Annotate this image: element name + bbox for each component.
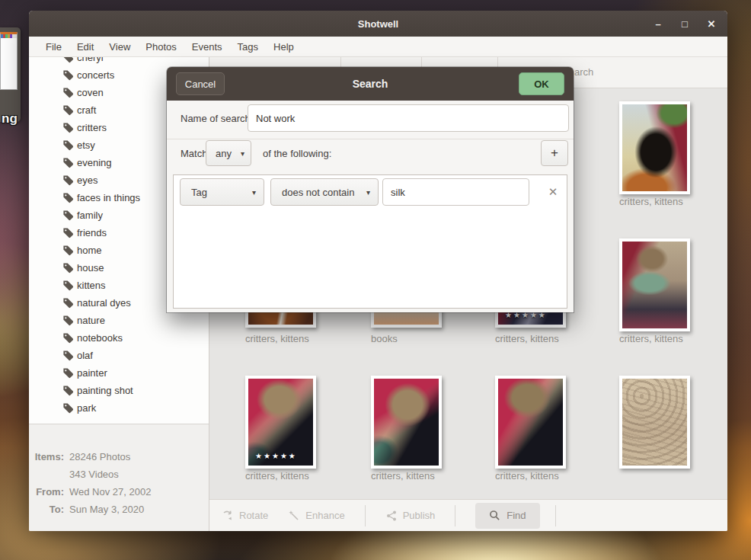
chevron-down-icon: ▾	[366, 188, 370, 197]
tag-label: olaf	[77, 350, 93, 361]
desktop: ng Shotwell – □ ✕ FileEditViewPhotosEven…	[0, 0, 751, 560]
divider	[167, 139, 574, 139]
tag-label: nature	[77, 315, 105, 326]
photo-thumbnail[interactable]	[619, 238, 690, 331]
find-button[interactable]: Find	[475, 503, 539, 529]
window-title: Shotwell	[358, 18, 398, 30]
tag-label: faces in things	[77, 192, 140, 203]
tag-icon	[62, 280, 74, 291]
rotate-button[interactable]: Rotate	[222, 510, 268, 522]
menu-item[interactable]: File	[38, 38, 69, 56]
window-controls: – □ ✕	[653, 11, 717, 37]
criterion-field-dropdown[interactable]: Tag ▾	[180, 178, 264, 206]
maximize-button[interactable]: □	[679, 18, 690, 30]
photo-caption: critters, kittens	[245, 470, 367, 482]
tag-icon	[62, 227, 74, 238]
tag-label: evening	[77, 157, 112, 168]
tag-label: critters	[77, 122, 107, 133]
criterion-operator-dropdown[interactable]: does not contain ▾	[270, 178, 379, 206]
rotate-label: Rotate	[239, 510, 268, 521]
tag-label: eyes	[77, 174, 97, 186]
tag-row[interactable]: park	[29, 399, 209, 417]
tag-row[interactable]: nature	[29, 312, 209, 329]
enhance-label: Enhance	[305, 510, 344, 521]
menu-item[interactable]: Edit	[69, 38, 101, 56]
publish-button[interactable]: Publish	[385, 510, 436, 522]
tag-label: etsy	[77, 139, 95, 151]
photo-count: 28246 Photos	[69, 451, 130, 462]
remove-criterion-button[interactable]: ✕	[542, 178, 564, 206]
photo-thumbnail[interactable]	[619, 101, 690, 194]
toolbar-separator	[365, 505, 366, 526]
desktop-shortcut-label: ng	[2, 111, 18, 126]
photo-caption: critters, kittens	[245, 333, 367, 344]
match-label: Match	[181, 140, 207, 166]
photo-caption: critters, kittens	[619, 196, 727, 207]
add-criterion-button[interactable]: +	[541, 140, 568, 166]
tag-icon	[62, 332, 74, 344]
tag-icon	[62, 104, 74, 116]
tag-icon	[62, 157, 74, 168]
photo-thumbnail[interactable]	[619, 376, 690, 469]
tag-icon	[62, 350, 74, 361]
criterion-value-input[interactable]	[382, 178, 529, 206]
tag-icon	[62, 245, 74, 256]
chevron-down-icon: ▾	[241, 149, 244, 158]
menu-item[interactable]: Events	[184, 38, 230, 56]
photo-caption: critters, kittens	[619, 333, 727, 344]
from-date: Wed Nov 27, 2002	[69, 486, 151, 498]
tag-row[interactable]: notebooks	[29, 329, 209, 347]
search-name-input[interactable]	[248, 104, 569, 132]
tag-row[interactable]: cheryl	[29, 57, 209, 66]
menu-bar: FileEditViewPhotosEventsTagsHelp	[29, 37, 727, 57]
window-preview-thumbnail	[0, 32, 18, 90]
tag-icon	[62, 174, 74, 186]
tag-label: craft	[77, 104, 96, 116]
tag-icon	[62, 315, 74, 326]
tag-icon	[62, 385, 74, 396]
to-date: Sun May 3, 2020	[69, 504, 144, 515]
tag-icon	[62, 122, 74, 133]
filter-search-input[interactable]: arch	[574, 66, 593, 78]
tag-label: notebooks	[77, 332, 123, 344]
tag-label: painting shot	[77, 385, 133, 396]
search-name-label: Name of search:	[181, 104, 253, 132]
match-type-value: any	[216, 148, 232, 159]
enhance-button[interactable]: Enhance	[288, 510, 344, 522]
desktop-shortcut[interactable]: ng	[0, 27, 21, 122]
find-label: Find	[507, 510, 526, 521]
tag-row[interactable]: olaf	[29, 347, 209, 364]
bottom-toolbar: Rotate Enhance Publish Find	[209, 499, 727, 531]
search-icon	[489, 510, 500, 521]
ok-button[interactable]: OK	[519, 72, 564, 95]
tag-icon	[62, 192, 74, 203]
criteria-panel: Tag ▾ does not contain ▾ ✕	[173, 174, 567, 309]
tag-label: friends	[77, 227, 107, 238]
minimize-button[interactable]: –	[653, 18, 663, 30]
photo-thumbnail[interactable]: ★★★★★	[245, 376, 316, 469]
photo-thumbnail[interactable]	[495, 376, 566, 469]
match-suffix-label: of the following:	[263, 140, 331, 166]
menu-item[interactable]: Photos	[138, 38, 184, 56]
cancel-button[interactable]: Cancel	[176, 72, 225, 95]
tag-label: house	[77, 262, 104, 274]
menu-item[interactable]: Tags	[230, 38, 266, 56]
tag-label: concerts	[77, 69, 114, 81]
tag-label: natural dyes	[77, 297, 131, 309]
menu-item[interactable]: View	[101, 38, 138, 56]
match-type-dropdown[interactable]: any ▾	[206, 140, 251, 166]
tag-icon	[62, 210, 74, 221]
tag-label: home	[77, 245, 102, 256]
photo-caption: critters, kittens	[495, 333, 617, 344]
items-label: Items:	[29, 451, 64, 462]
tag-row[interactable]: painter	[29, 364, 209, 382]
menu-item[interactable]: Help	[266, 38, 302, 56]
chevron-down-icon: ▾	[252, 188, 256, 197]
share-icon	[385, 510, 398, 522]
photo-thumbnail[interactable]	[371, 376, 442, 469]
tag-row[interactable]: painting shot	[29, 382, 209, 399]
close-button[interactable]: ✕	[706, 18, 717, 30]
titlebar[interactable]: Shotwell – □ ✕	[29, 11, 727, 37]
tag-icon	[62, 139, 74, 151]
dialog-header: Search Cancel OK	[167, 67, 574, 101]
